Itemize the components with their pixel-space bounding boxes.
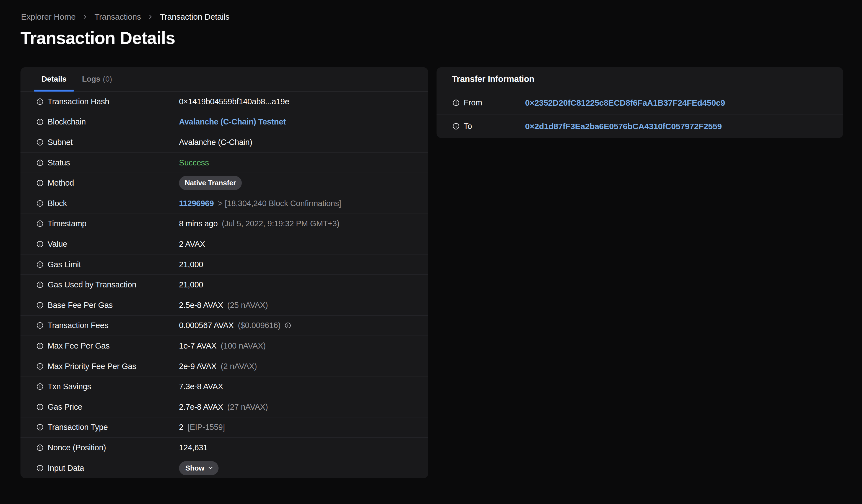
info-icon[interactable]	[37, 322, 43, 329]
row-gas-used: Gas Used by Transaction 21,000	[21, 275, 428, 295]
info-icon[interactable]	[37, 180, 43, 186]
row-transaction-fees: Transaction Fees 0.000567 AVAX ($0.00961…	[21, 316, 428, 336]
info-icon[interactable]	[37, 98, 43, 105]
chevron-down-icon	[208, 465, 213, 471]
transfer-information-card: Transfer Information From 0×2352D20fC812…	[436, 67, 843, 138]
gas-used-value: 21,000	[179, 280, 203, 289]
details-tabbar: Details Logs (0)	[21, 67, 428, 92]
blockchain-link[interactable]: Avalanche (C-Chain) Testnet	[179, 117, 286, 127]
row-transaction-type: Transaction Type 2 [EIP-1559]	[21, 417, 428, 438]
breadcrumb: Explorer Home Transactions Transaction D…	[21, 12, 230, 22]
row-gas-limit: Gas Limit 21,000	[21, 254, 428, 275]
row-label: Input Data	[48, 464, 84, 473]
timestamp-absolute: (Jul 5, 2022, 9:19:32 PM GMT+3)	[222, 219, 339, 228]
info-icon[interactable]	[37, 343, 43, 349]
row-gas-price: Gas Price 2.7e-8 AVAX (27 nAVAX)	[21, 397, 428, 417]
input-data-show-button[interactable]: Show	[179, 461, 219, 475]
info-icon[interactable]	[37, 220, 43, 227]
page-title: Transaction Details	[21, 28, 175, 48]
info-icon[interactable]	[37, 424, 43, 431]
row-input-data: Input Data Show	[21, 458, 428, 479]
info-icon[interactable]	[37, 139, 43, 146]
tab-logs-label: Logs	[82, 75, 100, 83]
max-fee-navax: (100 nAVAX)	[221, 341, 266, 350]
show-button-label: Show	[185, 464, 205, 473]
transaction-hash-value: 0×1419b04559bf140ab8...a19e	[179, 97, 289, 106]
row-base-fee: Base Fee Per Gas 2.5e-8 AVAX (25 nAVAX)	[21, 295, 428, 316]
row-label: Block	[48, 199, 67, 208]
transaction-details-page: Explorer Home Transactions Transaction D…	[0, 0, 862, 504]
to-address-link[interactable]: 0×2d1d87fF3Ea2ba6E0576bCA4310fC057972F25…	[525, 122, 722, 131]
transaction-type-eip: [EIP-1559]	[187, 423, 225, 432]
info-icon[interactable]	[37, 363, 43, 370]
base-fee-navax: (25 nAVAX)	[227, 301, 268, 310]
transfer-card-title: Transfer Information	[436, 67, 843, 91]
info-icon[interactable]	[453, 123, 459, 130]
row-method: Method Native Transfer	[21, 173, 428, 193]
row-txn-savings: Txn Savings 7.3e-8 AVAX	[21, 376, 428, 397]
row-label: Txn Savings	[48, 382, 91, 391]
info-icon[interactable]	[37, 159, 43, 166]
row-timestamp: Timestamp 8 mins ago (Jul 5, 2022, 9:19:…	[21, 214, 428, 234]
row-label: Max Priority Fee Per Gas	[48, 362, 136, 371]
tab-logs[interactable]: Logs (0)	[74, 67, 120, 91]
row-label: Max Fee Per Gas	[48, 341, 109, 350]
info-icon[interactable]	[37, 302, 43, 309]
method-badge: Native Transfer	[179, 176, 242, 190]
row-label: Timestamp	[48, 219, 87, 228]
chevron-right-icon	[147, 14, 154, 20]
transaction-type-value: 2	[179, 423, 183, 432]
tab-details-label: Details	[41, 75, 66, 83]
tab-logs-count: (0)	[103, 75, 112, 83]
row-label: Transaction Fees	[48, 321, 108, 330]
row-label: Transaction Type	[48, 423, 108, 432]
breadcrumb-transactions[interactable]: Transactions	[94, 12, 141, 22]
row-label: To	[463, 122, 472, 131]
row-label: Gas Price	[48, 402, 82, 412]
info-icon[interactable]	[37, 261, 43, 268]
txn-savings-value: 7.3e-8 AVAX	[179, 382, 223, 391]
base-fee-value: 2.5e-8 AVAX	[179, 301, 223, 310]
row-nonce: Nonce (Position) 124,631	[21, 438, 428, 458]
row-status: Status Success	[21, 153, 428, 173]
breadcrumb-explorer-home[interactable]: Explorer Home	[21, 12, 76, 22]
value-amount: 2 AVAX	[179, 240, 205, 249]
row-label: Blockchain	[48, 117, 86, 127]
info-icon[interactable]	[453, 99, 459, 106]
transaction-fees-value: 0.000567 AVAX	[179, 321, 234, 330]
timestamp-relative: 8 mins ago	[179, 219, 218, 228]
block-confirmations: > [18,304,240 Block Confirmations]	[218, 199, 341, 208]
info-icon[interactable]	[37, 403, 43, 411]
row-label: Gas Used by Transaction	[48, 280, 136, 289]
block-number-link[interactable]: 11296969	[179, 199, 214, 208]
row-max-fee: Max Fee Per Gas 1e-7 AVAX (100 nAVAX)	[21, 336, 428, 356]
max-fee-value: 1e-7 AVAX	[179, 341, 217, 350]
row-max-priority-fee: Max Priority Fee Per Gas 2e-9 AVAX (2 nA…	[21, 356, 428, 377]
row-subnet: Subnet Avalanche (C-Chain)	[21, 132, 428, 153]
row-label: Method	[48, 178, 74, 188]
row-label: From	[463, 98, 482, 107]
status-badge: Success	[179, 158, 209, 167]
info-icon[interactable]	[37, 444, 43, 451]
tab-details[interactable]: Details	[34, 67, 74, 91]
info-icon[interactable]	[37, 200, 43, 207]
max-priority-fee-value: 2e-9 AVAX	[179, 362, 217, 371]
transaction-details-card: Details Logs (0) Transaction Hash 0×1419…	[21, 67, 428, 478]
info-icon[interactable]	[37, 118, 43, 125]
max-priority-fee-navax: (2 nAVAX)	[221, 362, 257, 371]
transaction-fees-usd: ($0.009616)	[238, 321, 280, 330]
row-label: Transaction Hash	[48, 97, 109, 106]
info-icon[interactable]	[37, 241, 43, 248]
info-icon[interactable]	[285, 322, 291, 329]
row-label: Nonce (Position)	[48, 443, 106, 452]
chevron-right-icon	[82, 14, 88, 20]
from-address-link[interactable]: 0×2352D20fC81225c8ECD8f6FaA1B37F24FEd450…	[525, 98, 725, 108]
nonce-value: 124,631	[179, 443, 208, 452]
breadcrumb-transaction-details: Transaction Details	[160, 12, 230, 22]
info-icon[interactable]	[37, 465, 43, 472]
info-icon[interactable]	[37, 281, 43, 288]
row-block: Block 11296969 > [18,304,240 Block Confi…	[21, 193, 428, 214]
row-label: Status	[48, 158, 70, 167]
row-value: Value 2 AVAX	[21, 234, 428, 254]
info-icon[interactable]	[37, 383, 43, 390]
